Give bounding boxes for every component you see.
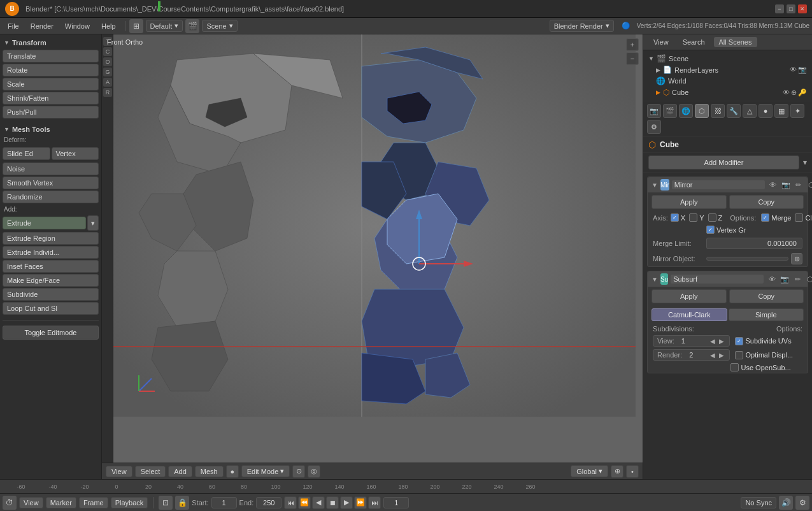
material-props-icon[interactable]: ● (759, 104, 773, 118)
mirror-name-input[interactable] (672, 180, 765, 189)
mesh-menu-button[interactable]: Mesh (195, 466, 224, 477)
sync-field[interactable]: No Sync (741, 497, 776, 508)
transform-section-header[interactable]: ▼ Transform (3, 37, 99, 48)
subdivide-uvs-option[interactable]: Subdivide UVs (735, 337, 803, 345)
modifier-props-icon[interactable]: 🔧 (727, 104, 741, 118)
use-opensub-check[interactable] (730, 363, 739, 371)
edit-mode-dropdown[interactable]: Edit Mode ▾ (241, 465, 290, 477)
mirror-edit-icon[interactable]: ✏ (793, 179, 804, 191)
cube-tree-item[interactable]: ▶ ⬡ Cube 👁 ⊕ 🔑 (653, 87, 809, 98)
world-props-icon[interactable]: 🌐 (679, 104, 693, 118)
mirror-axis-y[interactable]: Y (689, 213, 704, 222)
viewport[interactable]: T C O G A R Front Ortho (102, 34, 643, 479)
jump-end-button[interactable]: ⏭ (368, 496, 381, 509)
current-frame-field[interactable]: 1 (383, 497, 409, 508)
end-frame-field[interactable]: 250 (256, 497, 281, 508)
next-frame-button[interactable]: ⏩ (354, 496, 367, 509)
side-icon-3[interactable]: O (103, 57, 112, 66)
side-icon-5[interactable]: A (103, 78, 112, 87)
side-icon-2[interactable]: C (103, 47, 112, 56)
nav-zoom-in[interactable]: + (626, 38, 639, 51)
optimal-disp-check[interactable] (735, 351, 743, 359)
mirror-z-check[interactable] (708, 213, 716, 222)
subdivide-uvs-check[interactable] (735, 337, 743, 345)
extrude-button[interactable]: Extrude (3, 217, 86, 229)
data-props-icon[interactable]: △ (743, 104, 757, 118)
render-inc-arrow[interactable]: ▶ (718, 352, 725, 359)
constraint-props-icon[interactable]: ⛓ (711, 104, 725, 118)
add-modifier-button[interactable]: Add Modifier (648, 155, 799, 169)
simple-tab[interactable]: Simple (729, 308, 804, 321)
mirror-collapse-icon[interactable]: ▼ (652, 182, 658, 189)
proportional-icon[interactable]: ◎ (308, 465, 320, 478)
cube-eye[interactable]: 👁 (783, 89, 790, 97)
mirror-opt-clipping[interactable]: Clipping (795, 213, 812, 222)
playback-button[interactable]: Playback (111, 497, 148, 508)
subsurf-cage-icon[interactable]: ⬡ (804, 273, 812, 285)
mirror-merge-check[interactable] (761, 213, 769, 222)
jump-start-button[interactable]: ⏮ (284, 496, 297, 509)
marker-button[interactable]: Marker (46, 497, 76, 508)
vertex-mode-icon[interactable]: ● (226, 465, 239, 478)
randomize-button[interactable]: Randomize (3, 191, 99, 203)
pivot-icon[interactable]: ⊙ (292, 465, 305, 478)
scene-item[interactable]: ▼ 🎬 Scene (646, 53, 809, 64)
subsurf-collapse-icon[interactable]: ▼ (652, 276, 658, 283)
renderer-dropdown[interactable]: Blender Render ▾ (550, 20, 614, 32)
extrude-region-button[interactable]: Extrude Region (3, 232, 99, 245)
subsurf-edit-icon[interactable]: ✏ (792, 273, 803, 285)
menu-window[interactable]: Window (60, 21, 95, 31)
props-tab-view[interactable]: View (648, 37, 674, 47)
vertex-button[interactable]: Vertex (52, 147, 99, 160)
minimize-button[interactable]: − (775, 4, 784, 13)
use-opensub-option[interactable]: Use OpenSub... (730, 363, 791, 371)
translate-button[interactable]: Translate (3, 50, 99, 62)
timeline-icon[interactable]: ⏱ (3, 496, 17, 510)
snap-options[interactable]: • (626, 465, 639, 478)
close-button[interactable]: ✕ (798, 4, 807, 13)
mirror-axis-z[interactable]: Z (708, 213, 723, 222)
side-icon-4[interactable]: G (103, 68, 112, 76)
renderlayers-item[interactable]: ▶ 📄 RenderLayers 👁 📷 (653, 64, 809, 75)
side-icon-6[interactable]: R (103, 88, 112, 97)
extrude-dropdown[interactable]: ▾ (87, 215, 99, 231)
mirror-y-check[interactable] (689, 213, 697, 222)
mirror-axis-x[interactable]: X (671, 213, 685, 222)
audio-icon[interactable]: 🔊 (779, 496, 793, 510)
mirror-opt-merge[interactable]: Merge (761, 213, 791, 222)
transform-space-dropdown[interactable]: Global ▾ (571, 465, 608, 477)
props-tab-search[interactable]: Search (678, 37, 710, 47)
render-props-icon[interactable]: 📷 (647, 104, 661, 118)
mirror-object-input[interactable] (706, 257, 788, 261)
mirror-cage-icon[interactable]: ⬡ (806, 179, 812, 191)
scene-props-icon[interactable]: 🎬 (663, 104, 677, 118)
loop-cut-button[interactable]: Loop Cut and Sl (3, 302, 99, 315)
object-props-icon[interactable]: ⬡ (695, 104, 709, 118)
toggle-editmode-button[interactable]: Toggle Editmode (3, 326, 99, 340)
make-edge-face-button[interactable]: Make Edge/Face (3, 274, 99, 287)
subsurf-name-input[interactable] (671, 275, 764, 284)
catmull-clark-tab[interactable]: Catmull-Clark (652, 308, 727, 321)
view-dec-arrow[interactable]: ◀ (709, 338, 716, 345)
layout-icon[interactable]: ⊞ (129, 19, 143, 33)
side-icon-1[interactable]: T (103, 37, 112, 46)
more-options-icon[interactable]: ⚙ (795, 496, 809, 510)
subsurf-render-icon[interactable]: 📷 (779, 273, 790, 285)
mirror-vertex-gr-check[interactable] (706, 226, 715, 234)
slide-edge-button[interactable]: Slide Ed (3, 147, 50, 160)
nav-zoom-out[interactable]: − (626, 52, 639, 65)
add-menu-button[interactable]: Add (168, 466, 192, 477)
menu-file[interactable]: File (3, 21, 24, 31)
extrude-individ-button[interactable]: Extrude Individ... (3, 246, 99, 259)
snap-icon[interactable]: ⊕ (611, 465, 623, 478)
mirror-x-check[interactable] (671, 213, 679, 222)
view-inc-arrow[interactable]: ▶ (718, 338, 725, 345)
texture-props-icon[interactable]: ▦ (774, 104, 788, 118)
subsurf-apply-button[interactable]: Apply (652, 289, 727, 303)
menu-render[interactable]: Render (25, 21, 59, 31)
render-dec-arrow[interactable]: ◀ (709, 352, 716, 359)
view-button[interactable]: View (19, 497, 43, 508)
play-back-button[interactable]: ◀ (312, 496, 325, 509)
frame-button[interactable]: Frame (79, 497, 108, 508)
scene-dropdown[interactable]: Scene ▾ (202, 20, 237, 32)
